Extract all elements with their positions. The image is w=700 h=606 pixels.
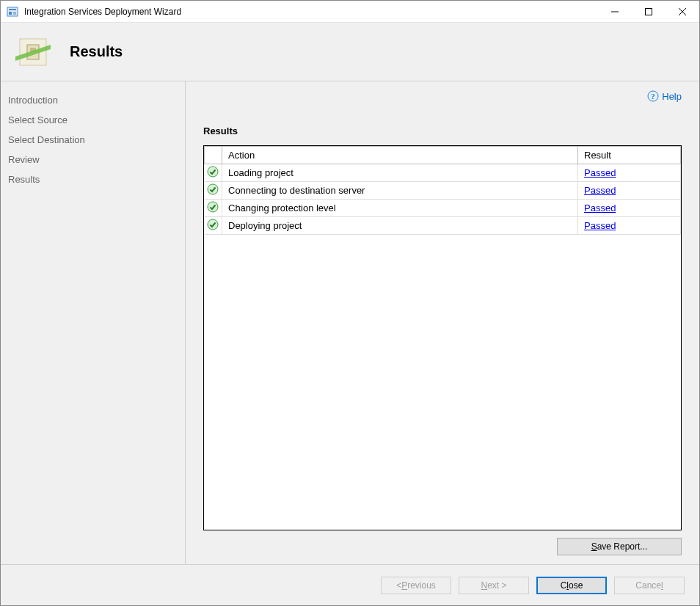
next-button: Next >	[459, 577, 529, 594]
results-table: Action Result Loading projectPassedConne…	[203, 145, 682, 530]
result-cell: Passed	[578, 164, 681, 182]
status-passed-icon	[205, 200, 222, 217]
help-label: Help	[662, 91, 682, 102]
titlebar: Integration Services Deployment Wizard	[1, 1, 699, 23]
svg-point-14	[208, 167, 218, 177]
close-button[interactable]: Close	[536, 577, 607, 594]
sidebar-item-label: Introduction	[8, 95, 58, 106]
svg-rect-1	[9, 9, 16, 10]
result-cell: Passed	[578, 200, 681, 217]
sidebar-item-review[interactable]: Review	[1, 150, 185, 169]
sidebar-item-label: Review	[8, 154, 40, 165]
sidebar-item-select-destination[interactable]: Select Destination	[1, 130, 185, 150]
sidebar-item-results[interactable]: Results	[1, 169, 185, 189]
save-report-button[interactable]: Save Report...	[557, 538, 682, 555]
col-action: Action	[222, 147, 578, 164]
result-link[interactable]: Passed	[584, 167, 616, 178]
action-cell: Connecting to destination server	[222, 182, 578, 200]
table-row: Connecting to destination serverPassed	[205, 182, 681, 200]
sidebar-item-label: Select Destination	[8, 134, 85, 145]
help-link[interactable]: ? Help	[647, 90, 682, 102]
result-link[interactable]: Passed	[584, 202, 616, 213]
table-row: Deploying projectPassed	[205, 217, 681, 235]
status-passed-icon	[205, 164, 222, 182]
action-cell: Loading project	[222, 164, 578, 182]
status-passed-icon	[205, 182, 222, 200]
svg-rect-2	[9, 12, 12, 15]
window-title: Integration Services Deployment Wizard	[24, 7, 598, 17]
content-pane: ? Help Results Action Result Loading pro…	[186, 81, 699, 564]
cancel-button: Cancel	[614, 577, 685, 594]
page-title: Results	[70, 43, 123, 60]
svg-point-17	[208, 219, 218, 230]
wizard-steps-sidebar: Introduction Select Source Select Destin…	[1, 81, 186, 564]
close-window-button[interactable]	[666, 1, 699, 23]
svg-point-16	[208, 202, 218, 212]
app-icon	[7, 6, 18, 18]
result-link[interactable]: Passed	[584, 220, 616, 231]
result-cell: Passed	[578, 182, 681, 200]
svg-point-15	[208, 184, 218, 194]
previous-button: < Previous	[381, 577, 451, 594]
col-status	[205, 147, 222, 164]
svg-rect-5	[646, 8, 652, 15]
minimize-button[interactable]	[598, 1, 632, 23]
col-result: Result	[578, 147, 681, 164]
wizard-header-icon	[15, 34, 51, 70]
status-passed-icon	[205, 217, 222, 235]
sidebar-item-select-source[interactable]: Select Source	[1, 110, 185, 130]
maximize-button[interactable]	[632, 1, 666, 23]
action-cell: Changing protection level	[222, 200, 578, 217]
wizard-header: Results	[1, 23, 699, 81]
help-icon: ?	[647, 90, 659, 102]
sidebar-item-label: Select Source	[8, 114, 68, 125]
table-row: Changing protection levelPassed	[205, 200, 681, 217]
sidebar-item-label: Results	[8, 174, 40, 185]
table-row: Loading projectPassed	[205, 164, 681, 182]
svg-rect-3	[13, 12, 16, 15]
result-cell: Passed	[578, 217, 681, 235]
section-title: Results	[203, 125, 682, 136]
result-link[interactable]: Passed	[584, 185, 616, 196]
svg-text:?: ?	[652, 92, 656, 101]
wizard-footer: < Previous Next > Close Cancel	[1, 564, 699, 605]
action-cell: Deploying project	[222, 217, 578, 235]
sidebar-item-introduction[interactable]: Introduction	[1, 90, 185, 110]
